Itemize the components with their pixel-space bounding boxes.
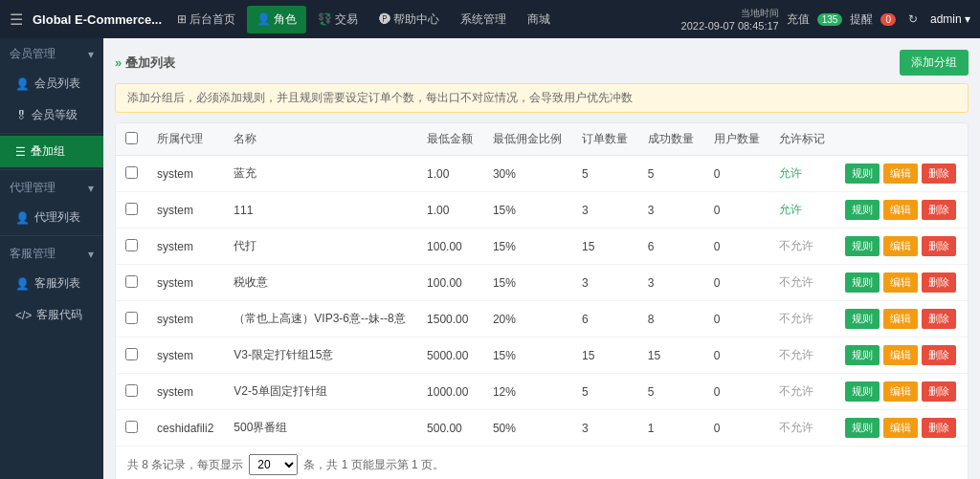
delete-button-0[interactable]: 删除	[922, 163, 956, 184]
view-button-4[interactable]: 规则	[845, 309, 880, 329]
row-user-qty: 0	[704, 374, 770, 410]
menu-icon[interactable]: ☰	[10, 11, 23, 29]
row-checkbox-cell	[116, 301, 147, 337]
sidebar-group-service[interactable]: 客服管理 ▾	[0, 238, 103, 268]
nav-trade[interactable]: 💱 交易	[308, 6, 368, 33]
row-allow: 允许	[769, 156, 835, 192]
nav-dashboard[interactable]: ⊞ 后台首页	[167, 6, 245, 33]
time-value: 2022-09-07 08:45:17	[681, 20, 779, 32]
sidebar-divider-3	[0, 235, 103, 236]
edit-button-2[interactable]: 编辑	[883, 236, 918, 256]
pagination-total: 共 8 条记录，每页显示	[127, 457, 243, 473]
row-checkbox-1[interactable]	[125, 203, 138, 215]
row-name: 代打	[224, 229, 417, 265]
row-min-rate: 12%	[483, 374, 572, 410]
row-min-amount: 100.00	[417, 229, 483, 265]
row-order-qty: 3	[572, 265, 638, 301]
edit-button-3[interactable]: 编辑	[883, 272, 918, 293]
data-table: 所属代理 名称 最低金额 最低佣金比例 订单数量 成功数量 用户数量 允许标记 …	[116, 123, 968, 446]
top-header: ☰ Global E-Commerce... ⊞ 后台首页 👤 角色 💱 交易 …	[0, 0, 980, 38]
sidebar-item-service-code[interactable]: </> 客服代码	[0, 299, 103, 331]
page-header: » 叠加列表 添加分组	[115, 50, 969, 76]
nav-shop[interactable]: 商城	[518, 6, 560, 33]
refresh-button[interactable]: ↻	[903, 11, 923, 28]
sidebar-item-member-list[interactable]: 👤 会员列表	[0, 68, 103, 99]
table-row: system （常也上高速）VIP3-6意--妹--8意 1500.00 20%…	[116, 301, 968, 337]
row-allow: 不允许	[769, 410, 835, 446]
row-checkbox-6[interactable]	[125, 384, 138, 397]
delete-button-7[interactable]: 删除	[922, 418, 956, 438]
row-agent: ceshidafili2	[147, 410, 224, 446]
info-bar: 添加分组后，必须添加规则，并且规则需要设定订单个数，每出口不对应情况，会导致用户…	[115, 83, 969, 113]
col-min-rate: 最低佣金比例	[483, 123, 572, 156]
brand-title: Global E-Commerce...	[33, 12, 162, 27]
sidebar-group-agent[interactable]: 代理管理 ▾	[0, 172, 103, 202]
row-checkbox-cell	[116, 410, 147, 446]
row-min-amount: 1000.00	[417, 374, 483, 410]
add-group-button[interactable]: 添加分组	[900, 50, 969, 76]
row-order-qty: 3	[572, 410, 638, 446]
view-button-7[interactable]: 规则	[845, 418, 880, 438]
page-title: 叠加列表	[125, 54, 175, 72]
page-size-select[interactable]: 20 10 50 100	[249, 454, 298, 475]
nav-role[interactable]: 👤 角色	[247, 6, 306, 33]
sidebar-group-member[interactable]: 会员管理 ▾	[0, 38, 103, 68]
row-actions: 规则 编辑 删除	[835, 229, 968, 265]
row-name: V2-5单固定打针组	[224, 374, 417, 410]
row-min-amount: 5000.00	[417, 337, 483, 374]
row-allow: 不允许	[769, 265, 835, 301]
delete-button-1[interactable]: 删除	[922, 200, 956, 220]
row-user-qty: 0	[704, 410, 770, 446]
delete-button-6[interactable]: 删除	[922, 381, 956, 402]
sidebar-item-agent-list[interactable]: 👤 代理列表	[0, 202, 103, 233]
sidebar-item-addon-group[interactable]: ☰ 叠加组	[0, 136, 103, 167]
row-checkbox-5[interactable]	[125, 348, 138, 360]
row-checkbox-cell	[116, 337, 147, 374]
view-button-5[interactable]: 规则	[845, 345, 880, 365]
table-row: system V2-5单固定打针组 1000.00 12% 5 5 0 不允许 …	[116, 374, 968, 410]
table-row: system 111 1.00 15% 3 3 0 允许 规则 编辑 删除	[116, 192, 968, 229]
data-table-container: 所属代理 名称 最低金额 最低佣金比例 订单数量 成功数量 用户数量 允许标记 …	[115, 122, 969, 479]
nav-help[interactable]: 🅟 帮助中心	[369, 6, 449, 33]
edit-button-7[interactable]: 编辑	[883, 418, 918, 438]
edit-button-0[interactable]: 编辑	[883, 163, 918, 184]
time-section: 当地时间 2022-09-07 08:45:17	[681, 7, 779, 32]
nav-system[interactable]: 系统管理	[451, 6, 516, 33]
row-checkbox-7[interactable]	[125, 421, 138, 433]
remind-label[interactable]: 提醒	[850, 11, 873, 28]
agent-group-chevron: ▾	[88, 182, 94, 195]
row-min-amount: 100.00	[417, 265, 483, 301]
row-allow: 不允许	[769, 374, 835, 410]
delete-button-2[interactable]: 删除	[922, 236, 956, 256]
edit-button-6[interactable]: 编辑	[883, 381, 918, 402]
row-checkbox-cell	[116, 192, 147, 229]
view-button-3[interactable]: 规则	[845, 272, 880, 293]
row-name: V3-限定打针组15意	[224, 337, 417, 374]
view-button-2[interactable]: 规则	[845, 236, 880, 256]
edit-button-5[interactable]: 编辑	[883, 345, 918, 365]
sidebar-item-service-list[interactable]: 👤 客服列表	[0, 268, 103, 299]
row-name: 111	[224, 192, 417, 229]
row-min-rate: 50%	[483, 410, 572, 446]
row-checkbox-0[interactable]	[125, 166, 138, 179]
delete-button-3[interactable]: 删除	[922, 272, 956, 293]
row-checkbox-3[interactable]	[125, 275, 138, 288]
edit-button-1[interactable]: 编辑	[883, 200, 918, 220]
view-button-1[interactable]: 规则	[845, 200, 880, 220]
sidebar-item-member-level[interactable]: 🎖 会员等级	[0, 99, 103, 131]
view-button-0[interactable]: 规则	[845, 163, 880, 184]
top-nav: ⊞ 后台首页 👤 角色 💱 交易 🅟 帮助中心 系统管理 商城	[167, 6, 560, 33]
service-list-icon: 👤	[15, 277, 30, 291]
row-checkbox-4[interactable]	[125, 312, 138, 324]
edit-button-4[interactable]: 编辑	[883, 309, 918, 329]
view-button-6[interactable]: 规则	[845, 381, 880, 402]
admin-menu[interactable]: admin ▾	[930, 12, 970, 26]
charge-label[interactable]: 充值	[787, 11, 810, 28]
delete-button-5[interactable]: 删除	[922, 345, 956, 365]
delete-button-4[interactable]: 删除	[922, 309, 956, 329]
select-all-checkbox[interactable]	[125, 132, 138, 144]
row-user-qty: 0	[704, 265, 770, 301]
agent-group-label: 代理管理	[10, 180, 56, 196]
table-row: system 代打 100.00 15% 15 6 0 不允许 规则 编辑 删除	[116, 229, 968, 265]
row-checkbox-2[interactable]	[125, 239, 138, 251]
